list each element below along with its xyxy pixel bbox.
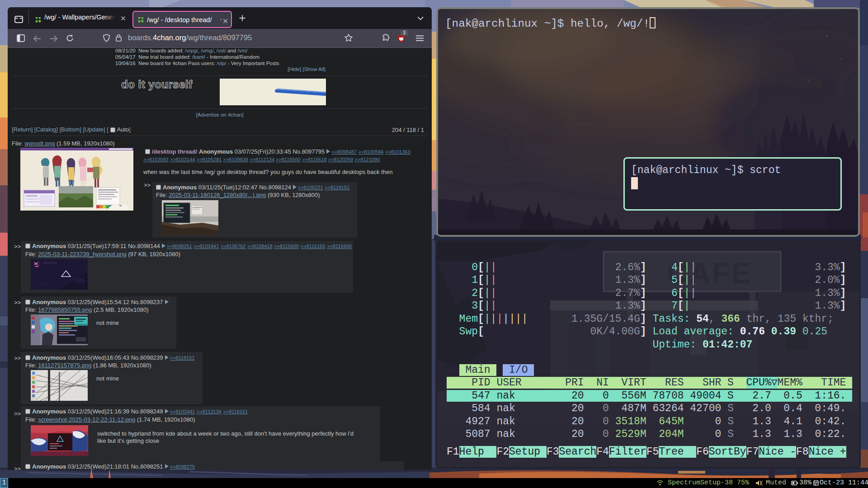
svg-text:do it yourself: do it yourself [121,78,193,90]
